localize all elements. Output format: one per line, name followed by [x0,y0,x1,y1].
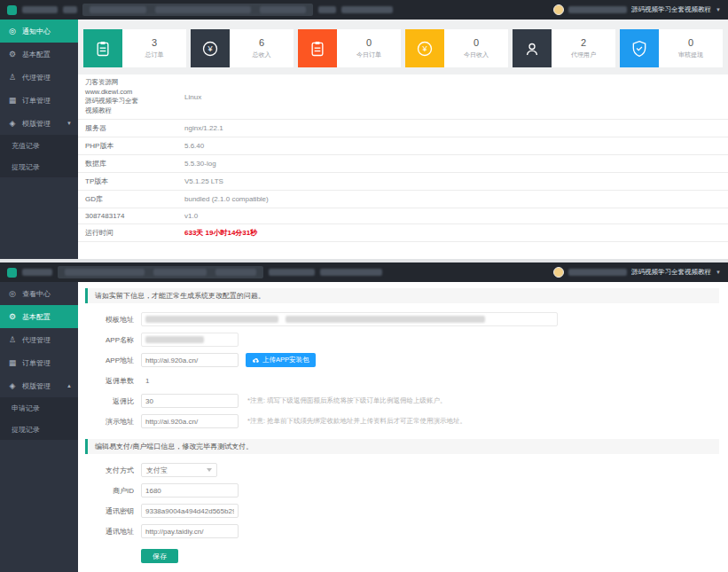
form-row-merchant-id: 商户ID [85,483,719,498]
sidebar-item-order-manage[interactable]: ▦ 订单管理 [0,351,78,374]
user-menu[interactable]: 源码视频学习全套视频教程 ▼ [553,267,721,278]
save-button[interactable]: 保存 [141,549,178,563]
os-value: Linux [177,90,208,105]
merchant-id-input[interactable] [141,483,239,498]
redacted-nav-item[interactable] [63,6,77,13]
form-row-rebate: 返佣比 *注意: 填写下级返佣面额后系统将按下级订单比例返佣给上级账户。 [85,394,719,408]
stat-card-pending-withdraw[interactable]: 0 审核提现 [620,29,723,67]
redacted-value [145,336,204,343]
avatar[interactable] [553,4,564,15]
stat-card-total-income[interactable]: ¥ 6 总收入 [191,29,294,67]
redacted-nav-item[interactable] [320,269,382,276]
stat-info: 0 今日订单 [337,29,401,67]
redacted-nav-tab[interactable] [90,6,146,13]
sidebar-item-agent-manage[interactable]: ♙ 代理管理 [0,66,78,89]
form-row-demo-url: 演示地址 *注意: 抢单前下线须先绑定收款地址并上传资料后才可正常使用演示地址。 [85,414,719,428]
rebate-input[interactable] [141,394,239,408]
comm-key-input[interactable] [141,504,239,518]
cloud-upload-icon [252,357,260,364]
sidebar-subitem-withdraw-records[interactable]: 提现记录 [0,419,78,440]
field-label: APP地址 [85,356,134,365]
settings-main: 请如实留下信息，才能正常生成系统更改配置的问题。 模板地址 APP名称 APP地… [78,282,728,572]
table-row: TP版本 V5.1.25 LTS [78,173,728,191]
chevron-down-icon [207,468,212,472]
form-row-template-url: 模板地址 [85,312,719,326]
app-url-input[interactable] [141,353,239,367]
row-value: 5.6.40 [177,138,211,153]
stat-card-today-income[interactable]: ¥ 0 今日收入 [405,29,508,67]
form-row-pay-type: 支付方式 支付宝 [85,463,719,477]
stat-card-agent-users[interactable]: 2 代理用户 [513,29,615,67]
sidebar-item-template-manage[interactable]: ◈ 模版管理 ▲ [0,374,78,397]
redacted-value [286,316,485,323]
redacted-nav-tab[interactable] [215,269,256,276]
redacted-nav-item[interactable] [341,6,393,13]
field-label: 演示地址 [85,417,134,427]
sidebar-item-basic-config[interactable]: ⚙ 基本配置 [0,43,78,66]
site-label-line: 视频教程 [85,106,170,116]
stat-icon-box [298,29,337,67]
template-url-input[interactable] [141,312,558,326]
redacted-nav-tab[interactable] [260,6,306,13]
sidebar-item-label: 查看中心 [22,289,51,299]
avatar[interactable] [553,267,564,278]
row-label: 3087483174 [78,208,177,223]
sidebar-item-order-manage[interactable]: ▦ 订单管理 [0,89,78,112]
redacted-nav-tab[interactable] [65,269,145,276]
upload-app-button[interactable]: 上传APP安装包 [246,353,316,367]
stat-icon-box [513,29,552,67]
sidebar-subitem-apply-records[interactable]: 申请记录 [0,397,78,419]
stat-card-total-orders[interactable]: 3 总订单 [83,29,186,67]
stat-icon-box: ¥ [191,29,230,67]
top-header-bar: 源码视频学习全套视频教程 ▼ [0,0,728,20]
sidebar-subitem-withdraw-records[interactable]: 提现记录 [0,156,78,177]
stat-value: 0 [366,37,372,48]
rebate-count-input[interactable] [141,373,239,388]
field-label: 商户ID [85,486,134,496]
redacted-nav-tab[interactable] [153,269,207,276]
stat-icon-box [83,29,122,67]
user-menu[interactable]: 源码视频学习全套视频教程 ▼ [553,4,721,15]
sidebar-item-template-manage[interactable]: ◈ 模版管理 ▼ [0,112,78,135]
stat-info: 0 审核提现 [659,29,723,67]
gateway-url-input[interactable] [141,524,239,538]
shield-check-icon [630,40,648,58]
target-icon: ◎ [8,289,17,298]
row-value: v1.0 [177,208,205,223]
sidebar-item-basic-config[interactable]: ⚙ 基本配置 [0,305,78,328]
form-row-app-name: APP名称 [85,333,719,347]
redacted-nav-item[interactable] [318,6,336,13]
demo-url-input[interactable] [141,414,239,428]
stat-card-today-orders[interactable]: 0 今日订单 [298,29,401,67]
stat-info: 0 今日收入 [444,29,508,67]
sidebar-item-notice-center[interactable]: ◎ 通知中心 [0,20,78,43]
redacted-username [568,269,627,276]
clipboard-icon [94,40,112,58]
redacted-nav-item[interactable] [269,269,315,276]
yen-icon: ¥ [201,40,219,58]
table-row: 刀客资源网 www.dkewl.com 源码视频学习全套 视频教程 Linux [78,74,728,120]
gear-icon: ⚙ [8,312,17,321]
form-row-gateway-url: 通讯地址 [85,524,719,538]
stat-label: 总收入 [253,51,271,59]
stat-icon-box: ¥ [405,29,444,67]
rebate-note: *注意: 填写下级返佣面额后系统将按下级订单比例返佣给上级账户。 [247,396,447,405]
field-label: 模板地址 [85,315,134,325]
stat-value: 3 [152,37,157,48]
row-label: TP版本 [78,173,177,190]
row-value: bundled (2.1.0 compatible) [177,192,276,207]
app-name-input[interactable] [141,333,239,347]
sidebar-item-agent-manage[interactable]: ♙ 代理管理 [0,328,78,351]
redacted-nav-tab[interactable] [155,6,251,13]
uptime-value: 633天 19小时14分31秒 [177,224,264,241]
sidebar-subitem-label: 提现记录 [12,162,40,172]
chevron-down-icon: ▼ [716,270,721,275]
field-label: 返佣比 [85,396,134,406]
sidebar-item-label: 订单管理 [22,96,51,106]
site-label-line: 源码视频学习全套 [85,97,170,106]
sidebar-subitem-recharge-records[interactable]: 充值记录 [0,135,78,156]
chevron-up-icon: ▲ [67,383,72,388]
table-row: 服务器 nginx/1.22.1 [78,120,728,137]
pay-type-select[interactable]: 支付宝 [141,463,217,477]
sidebar-item-view-center[interactable]: ◎ 查看中心 [0,282,78,305]
